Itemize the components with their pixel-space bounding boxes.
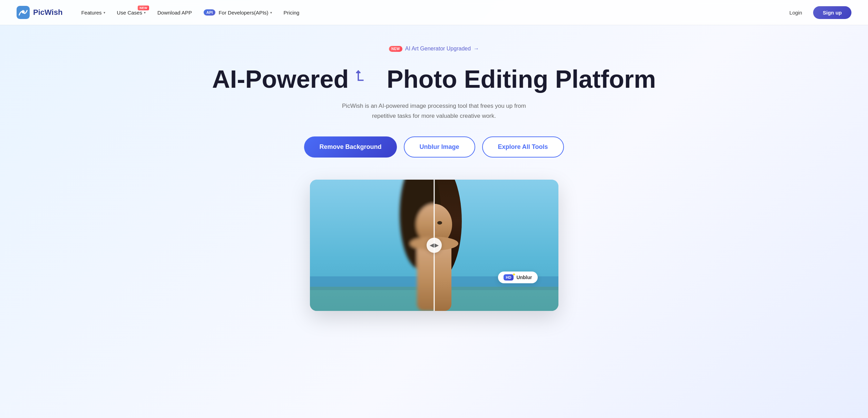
hd-unblur-badge[interactable]: HD ✦ Unblur xyxy=(498,272,538,283)
navbar: PicWish Features ▾ Use Cases NEW ▾ Downl… xyxy=(0,0,868,25)
cursor-icon: ⮤ xyxy=(354,69,366,83)
nav-auth: Login Sign up xyxy=(784,6,851,19)
unblur-image-button[interactable]: Unblur Image xyxy=(404,136,475,158)
slider-right-arrow: ▶ xyxy=(435,242,439,248)
explore-all-tools-button[interactable]: Explore All Tools xyxy=(482,136,564,158)
hero-title-left: AI-Powered ⮤ xyxy=(212,66,366,93)
hd-star: ✦ xyxy=(512,272,516,277)
announcement-arrow: → xyxy=(474,46,479,52)
demo-container: ◀ ▶ HD ✦ Unblur xyxy=(310,180,558,311)
chevron-icon: ▾ xyxy=(270,11,272,15)
nav-item-pricing[interactable]: Pricing xyxy=(279,7,304,18)
new-badge: NEW xyxy=(138,6,149,10)
hero-title-right: Photo Editing Platform xyxy=(387,66,656,93)
nav-item-features[interactable]: Features ▾ xyxy=(76,7,110,18)
signup-button[interactable]: Sign up xyxy=(813,6,851,19)
nav-item-download[interactable]: Download APP xyxy=(153,7,197,18)
nav-item-use-cases[interactable]: Use Cases NEW ▾ xyxy=(112,7,150,18)
announcement-new-badge: NEW xyxy=(389,46,402,52)
remove-background-button[interactable]: Remove Background xyxy=(304,136,397,158)
hero-subtitle: PicWish is an AI-powered image processin… xyxy=(338,101,531,121)
hero-buttons: Remove Background Unblur Image Explore A… xyxy=(304,136,564,158)
api-badge: API xyxy=(204,9,215,16)
chevron-icon: ▾ xyxy=(144,11,146,15)
hero-title: AI-Powered ⮤ Photo Editing Platform xyxy=(212,66,656,93)
hd-label: HD ✦ xyxy=(504,274,514,281)
demo-slider-handle[interactable]: ◀ ▶ xyxy=(427,238,442,253)
svg-point-1 xyxy=(21,10,25,13)
nav-item-developers[interactable]: API For Developers(APIs) ▾ xyxy=(199,7,277,18)
announcement-bar[interactable]: NEW AI Art Generator Upgraded → xyxy=(389,46,479,52)
nav-links: Features ▾ Use Cases NEW ▾ Download APP … xyxy=(76,7,784,18)
slider-left-arrow: ◀ xyxy=(430,242,434,248)
chevron-icon: ▾ xyxy=(104,11,105,15)
login-button[interactable]: Login xyxy=(784,7,808,18)
logo-icon xyxy=(17,6,30,19)
slider-arrows: ◀ ▶ xyxy=(430,242,439,248)
svg-point-16 xyxy=(437,221,442,225)
unblur-badge-text: Unblur xyxy=(516,275,532,280)
announcement-text: AI Art Generator Upgraded xyxy=(405,46,471,52)
hero-section: NEW AI Art Generator Upgraded → AI-Power… xyxy=(0,25,868,311)
logo-text: PicWish xyxy=(33,8,62,17)
logo[interactable]: PicWish xyxy=(17,6,62,19)
